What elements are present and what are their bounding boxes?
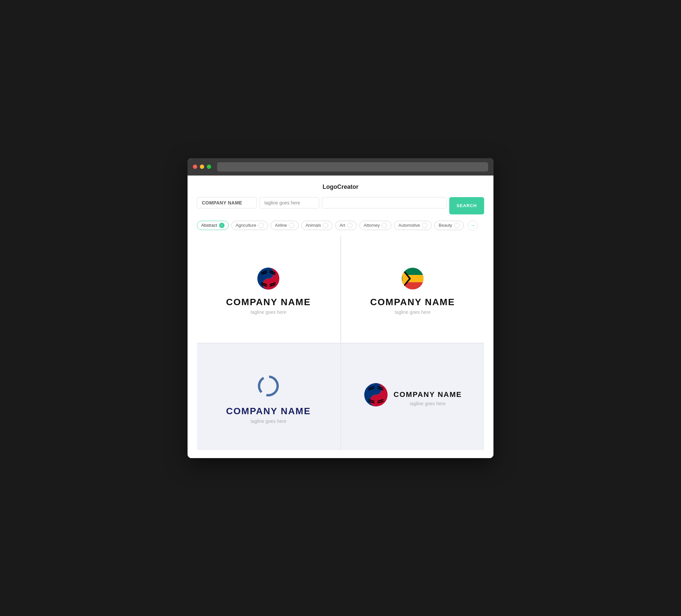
category-label: Attorney (364, 223, 380, 228)
logo-tagline-2: tagline goes here (395, 309, 430, 315)
logo-card-2[interactable]: COMPANY NAME tagline goes here (341, 236, 484, 343)
maximize-button[interactable] (207, 164, 211, 169)
category-abstract[interactable]: Abstract ✓ (197, 221, 229, 230)
company-name-input[interactable] (197, 197, 257, 208)
logo-icon-korea-flag-small (363, 382, 388, 409)
category-beauty[interactable]: Beauty (434, 221, 463, 230)
categories-filter: Abstract ✓ Agriculture Airline Animals A… (197, 221, 484, 230)
category-label: Animals (306, 223, 321, 228)
checkmark-icon (323, 223, 328, 228)
category-label: Automotive (398, 223, 420, 228)
minimize-button[interactable] (200, 164, 204, 169)
tagline-input[interactable] (259, 197, 319, 208)
logo-icon-sa-flag (401, 267, 424, 291)
extra-search-input[interactable] (322, 197, 447, 208)
category-label: Beauty (438, 223, 452, 228)
checkmark-icon (347, 223, 352, 228)
browser-window: LogoCreator SEARCH Abstract ✓ Agricultur… (187, 158, 494, 458)
svg-point-21 (259, 377, 278, 395)
logo-company-name-2: COMPANY NAME (370, 297, 455, 308)
logo-company-name-3: COMPANY NAME (226, 406, 311, 416)
category-label: Agriculture (236, 223, 256, 228)
logo-grid: COMPANY NAME tagline goes here (197, 236, 484, 450)
category-label: Abstract (201, 223, 217, 228)
search-bar: SEARCH (197, 197, 484, 214)
logo-text-group-4: COMPANY NAME tagline goes here (394, 390, 462, 406)
checkmark-icon (258, 223, 264, 228)
category-label: Airline (275, 223, 287, 228)
logo-card-3[interactable]: COMPANY NAME tagline goes here (197, 344, 340, 450)
category-agriculture[interactable]: Agriculture (231, 221, 268, 230)
category-attorney[interactable]: Attorney (359, 221, 392, 230)
address-bar (217, 162, 488, 172)
logo-tagline-3: tagline goes here (251, 418, 286, 424)
close-button[interactable] (193, 164, 197, 169)
categories-next-button[interactable]: → (468, 221, 478, 230)
category-label: Art (339, 223, 345, 228)
category-animals[interactable]: Animals (301, 221, 332, 230)
logo-company-name-1: COMPANY NAME (226, 297, 311, 308)
logo-icon-circle-arc (255, 373, 282, 401)
checkmark-icon (289, 223, 294, 228)
checkmark-icon (422, 223, 427, 228)
checkmark-icon (382, 223, 387, 228)
app-title: LogoCreator (197, 183, 484, 190)
app-content: LogoCreator SEARCH Abstract ✓ Agricultur… (187, 176, 494, 458)
category-automotive[interactable]: Automotive (394, 221, 432, 230)
category-airline[interactable]: Airline (271, 221, 299, 230)
logo-tagline-4: tagline goes here (394, 401, 462, 406)
logo-company-name-4: COMPANY NAME (394, 390, 462, 399)
logo-icon-korea-flag (257, 267, 280, 291)
checkmark-icon (454, 223, 459, 228)
logo-card-4[interactable]: COMPANY NAME tagline goes here (341, 344, 484, 450)
browser-titlebar (187, 158, 494, 176)
traffic-lights (193, 164, 211, 169)
search-button[interactable]: SEARCH (449, 197, 484, 214)
logo-tagline-1: tagline goes here (251, 309, 286, 315)
checkmark-icon: ✓ (219, 223, 224, 228)
category-art[interactable]: Art (335, 221, 357, 230)
logo-card-1[interactable]: COMPANY NAME tagline goes here (197, 236, 340, 343)
